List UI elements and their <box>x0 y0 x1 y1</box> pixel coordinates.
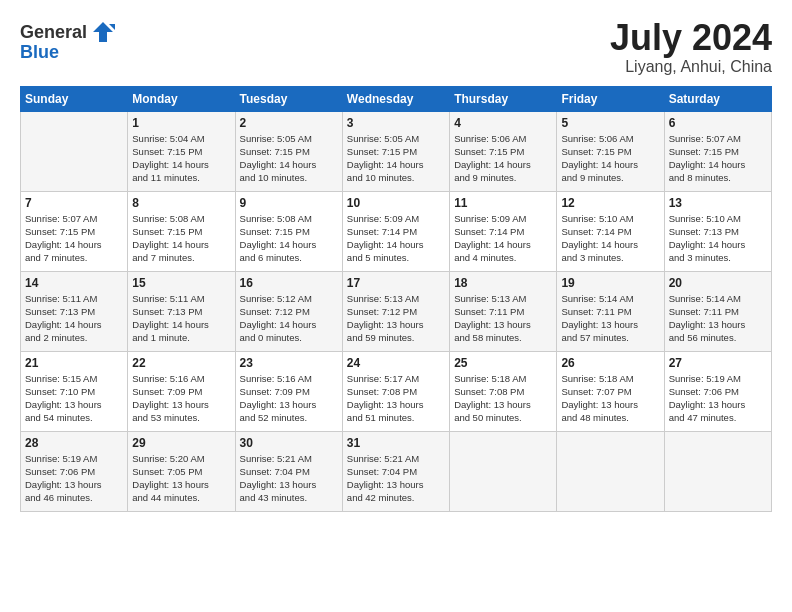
calendar-cell: 20Sunrise: 5:14 AMSunset: 7:11 PMDayligh… <box>664 271 771 351</box>
logo-blue-text: Blue <box>20 42 59 63</box>
calendar-cell: 22Sunrise: 5:16 AMSunset: 7:09 PMDayligh… <box>128 351 235 431</box>
calendar-cell <box>664 431 771 511</box>
day-info-line: Sunrise: 5:06 AM <box>561 133 633 144</box>
day-number: 3 <box>347 116 445 130</box>
day-info: Sunrise: 5:13 AMSunset: 7:12 PMDaylight:… <box>347 292 445 345</box>
day-info-line: Sunrise: 5:12 AM <box>240 293 312 304</box>
day-info-line: and 47 minutes. <box>669 412 737 423</box>
day-info-line: Sunrise: 5:18 AM <box>561 373 633 384</box>
day-info-line: Daylight: 14 hours <box>132 159 209 170</box>
calendar-cell: 25Sunrise: 5:18 AMSunset: 7:08 PMDayligh… <box>450 351 557 431</box>
day-info-line: Sunset: 7:06 PM <box>25 466 95 477</box>
day-info-line: Daylight: 13 hours <box>454 399 531 410</box>
day-info-line: Sunset: 7:14 PM <box>454 226 524 237</box>
header-tuesday: Tuesday <box>235 86 342 111</box>
day-number: 8 <box>132 196 230 210</box>
day-info: Sunrise: 5:09 AMSunset: 7:14 PMDaylight:… <box>347 212 445 265</box>
day-info: Sunrise: 5:07 AMSunset: 7:15 PMDaylight:… <box>25 212 123 265</box>
day-info-line: Sunrise: 5:13 AM <box>454 293 526 304</box>
day-info-line: Sunset: 7:12 PM <box>347 306 417 317</box>
page-container: General Blue July 2024 Liyang, Anhui, Ch… <box>0 0 792 522</box>
header-thursday: Thursday <box>450 86 557 111</box>
day-info-line: Sunrise: 5:16 AM <box>240 373 312 384</box>
day-info: Sunrise: 5:06 AMSunset: 7:15 PMDaylight:… <box>561 132 659 185</box>
day-info-line: Sunrise: 5:06 AM <box>454 133 526 144</box>
calendar-cell: 28Sunrise: 5:19 AMSunset: 7:06 PMDayligh… <box>21 431 128 511</box>
day-info-line: Daylight: 14 hours <box>669 239 746 250</box>
day-info-line: and 3 minutes. <box>669 252 731 263</box>
day-info-line: Sunset: 7:09 PM <box>240 386 310 397</box>
calendar-cell: 5Sunrise: 5:06 AMSunset: 7:15 PMDaylight… <box>557 111 664 191</box>
day-info-line: Daylight: 14 hours <box>132 239 209 250</box>
day-info-line: Sunset: 7:06 PM <box>669 386 739 397</box>
day-info-line: and 3 minutes. <box>561 252 623 263</box>
day-info: Sunrise: 5:11 AMSunset: 7:13 PMDaylight:… <box>132 292 230 345</box>
week-row-0: 1Sunrise: 5:04 AMSunset: 7:15 PMDaylight… <box>21 111 772 191</box>
day-info-line: Sunset: 7:15 PM <box>669 146 739 157</box>
calendar-cell: 9Sunrise: 5:08 AMSunset: 7:15 PMDaylight… <box>235 191 342 271</box>
day-info-line: Daylight: 14 hours <box>347 239 424 250</box>
day-number: 27 <box>669 356 767 370</box>
day-info-line: Sunrise: 5:21 AM <box>240 453 312 464</box>
day-info-line: Daylight: 13 hours <box>132 479 209 490</box>
day-number: 19 <box>561 276 659 290</box>
day-info-line: Daylight: 13 hours <box>25 399 102 410</box>
logo: General Blue <box>20 18 117 63</box>
day-info-line: Sunset: 7:10 PM <box>25 386 95 397</box>
day-number: 14 <box>25 276 123 290</box>
calendar-cell: 14Sunrise: 5:11 AMSunset: 7:13 PMDayligh… <box>21 271 128 351</box>
day-info-line: and 6 minutes. <box>240 252 302 263</box>
day-info-line: and 51 minutes. <box>347 412 415 423</box>
header-monday: Monday <box>128 86 235 111</box>
day-info-line: Sunrise: 5:10 AM <box>561 213 633 224</box>
day-info-line: Sunrise: 5:13 AM <box>347 293 419 304</box>
day-info-line: Daylight: 14 hours <box>347 159 424 170</box>
day-info-line: Sunset: 7:13 PM <box>132 306 202 317</box>
day-info-line: and 58 minutes. <box>454 332 522 343</box>
calendar-header-row: SundayMondayTuesdayWednesdayThursdayFrid… <box>21 86 772 111</box>
day-info-line: Daylight: 13 hours <box>347 319 424 330</box>
calendar-cell: 30Sunrise: 5:21 AMSunset: 7:04 PMDayligh… <box>235 431 342 511</box>
day-info-line: and 7 minutes. <box>132 252 194 263</box>
day-info: Sunrise: 5:16 AMSunset: 7:09 PMDaylight:… <box>132 372 230 425</box>
day-info: Sunrise: 5:21 AMSunset: 7:04 PMDaylight:… <box>347 452 445 505</box>
day-info-line: and 46 minutes. <box>25 492 93 503</box>
week-row-4: 28Sunrise: 5:19 AMSunset: 7:06 PMDayligh… <box>21 431 772 511</box>
day-info: Sunrise: 5:21 AMSunset: 7:04 PMDaylight:… <box>240 452 338 505</box>
day-info: Sunrise: 5:11 AMSunset: 7:13 PMDaylight:… <box>25 292 123 345</box>
calendar-cell: 21Sunrise: 5:15 AMSunset: 7:10 PMDayligh… <box>21 351 128 431</box>
day-info-line: Daylight: 14 hours <box>25 319 102 330</box>
header-saturday: Saturday <box>664 86 771 111</box>
day-info: Sunrise: 5:05 AMSunset: 7:15 PMDaylight:… <box>347 132 445 185</box>
day-info-line: Sunrise: 5:08 AM <box>240 213 312 224</box>
day-info-line: Daylight: 13 hours <box>669 399 746 410</box>
day-info-line: Daylight: 14 hours <box>240 319 317 330</box>
day-info-line: Daylight: 14 hours <box>240 239 317 250</box>
day-info-line: and 53 minutes. <box>132 412 200 423</box>
day-number: 1 <box>132 116 230 130</box>
day-info-line: Sunset: 7:14 PM <box>347 226 417 237</box>
day-info-line: and 11 minutes. <box>132 172 200 183</box>
day-info: Sunrise: 5:20 AMSunset: 7:05 PMDaylight:… <box>132 452 230 505</box>
day-info-line: Sunrise: 5:10 AM <box>669 213 741 224</box>
day-info: Sunrise: 5:17 AMSunset: 7:08 PMDaylight:… <box>347 372 445 425</box>
day-info-line: Sunset: 7:09 PM <box>132 386 202 397</box>
calendar-cell: 15Sunrise: 5:11 AMSunset: 7:13 PMDayligh… <box>128 271 235 351</box>
day-number: 22 <box>132 356 230 370</box>
day-info: Sunrise: 5:06 AMSunset: 7:15 PMDaylight:… <box>454 132 552 185</box>
day-info-line: Sunset: 7:11 PM <box>561 306 631 317</box>
day-info-line: and 57 minutes. <box>561 332 629 343</box>
month-title: July 2024 <box>610 18 772 58</box>
day-info-line: Sunrise: 5:09 AM <box>347 213 419 224</box>
day-info-line: and 5 minutes. <box>347 252 409 263</box>
day-info-line: Sunset: 7:04 PM <box>240 466 310 477</box>
day-number: 20 <box>669 276 767 290</box>
day-info-line: Daylight: 13 hours <box>240 479 317 490</box>
day-info-line: Sunset: 7:08 PM <box>454 386 524 397</box>
day-number: 12 <box>561 196 659 210</box>
day-number: 23 <box>240 356 338 370</box>
day-info-line: Daylight: 13 hours <box>25 479 102 490</box>
day-number: 16 <box>240 276 338 290</box>
day-info-line: and 9 minutes. <box>561 172 623 183</box>
day-info: Sunrise: 5:14 AMSunset: 7:11 PMDaylight:… <box>669 292 767 345</box>
